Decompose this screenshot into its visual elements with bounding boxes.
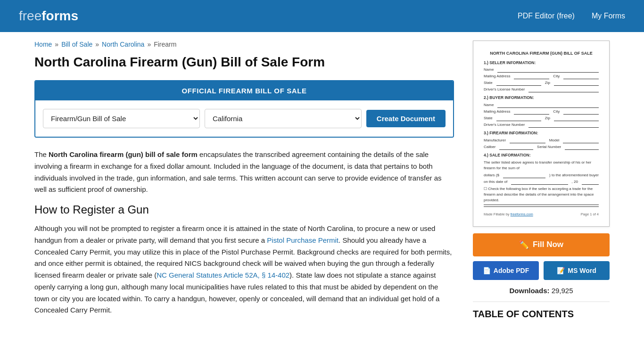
breadcrumb-north-carolina[interactable]: North Carolina	[102, 41, 144, 48]
intro-paragraph: The North Carolina firearm (gun) bill of…	[34, 149, 454, 196]
word-icon: 📝	[557, 267, 565, 274]
logo-free: free	[19, 8, 41, 23]
downloads-count: 29,925	[552, 287, 573, 295]
doc-buyer-name-row: Name	[484, 102, 599, 108]
document-type-select[interactable]: Firearm/Gun Bill of Sale General Bill of…	[43, 109, 200, 128]
nav-pdf-editor[interactable]: PDF Editor (free)	[518, 12, 575, 20]
doc-footer-link[interactable]: freeforms.com	[511, 212, 533, 216]
form-box-header: OFFICIAL FIREARM BILL OF SALE	[35, 81, 453, 100]
pistol-permit-link[interactable]: Pistol Purchase Permit	[267, 236, 339, 244]
site-logo[interactable]: freeforms	[19, 8, 78, 24]
how-to-heading: How to Register a Gun	[34, 203, 454, 216]
breadcrumb-bill-of-sale[interactable]: Bill of Sale	[61, 41, 92, 48]
toc-heading: TABLE OF CONTENTS	[473, 301, 610, 320]
sidebar: NORTH CAROLINA FIREARM (GUN) BILL OF SAL…	[473, 32, 610, 324]
doc-date-row: on this date of , 20	[484, 179, 599, 185]
pdf-icon: 📄	[483, 267, 491, 274]
downloads-text: Downloads: 29,925	[473, 287, 610, 295]
doc-sale-text: The seller listed above agrees to transf…	[484, 160, 599, 171]
doc-license-row: Driver's License Number	[484, 87, 599, 92]
fill-now-label: Fill Now	[533, 240, 563, 249]
main-content: Home » Bill of Sale » North Carolina » F…	[34, 32, 454, 324]
breadcrumb-sep1: »	[55, 41, 58, 48]
form-box-body: Firearm/Gun Bill of Sale General Bill of…	[35, 100, 453, 137]
fill-now-button[interactable]: ✏️ Fill Now	[473, 233, 610, 256]
breadcrumb-firearm: Firearm	[154, 41, 176, 48]
doc-bullet-item: ☐ Check the following box if the seller …	[484, 186, 599, 203]
doc-preview: NORTH CAROLINA FIREARM (GUN) BILL OF SAL…	[473, 41, 610, 227]
doc-state-row: State Zip	[484, 80, 599, 86]
adobe-pdf-button[interactable]: 📄 Adobe PDF	[473, 261, 539, 280]
description-section: The North Carolina firearm (gun) bill of…	[34, 149, 454, 316]
logo-forms: forms	[41, 8, 78, 23]
create-document-button[interactable]: Create Document	[366, 110, 446, 127]
downloads-label: Downloads:	[509, 287, 549, 295]
doc-buyer-license-row: Driver's License Number	[484, 122, 599, 128]
doc-buyer-mailing-row: Mailing Address City	[484, 109, 599, 115]
word-label: MS Word	[568, 267, 596, 274]
fill-icon: ✏️	[519, 240, 529, 250]
breadcrumb-sep3: »	[147, 41, 151, 48]
doc-dollars-row: dollars ($ ) to the aforementioned buyer	[484, 173, 599, 178]
doc-line-2	[484, 206, 599, 207]
breadcrumb-sep2: »	[95, 41, 99, 48]
doc-name-row: Name	[484, 67, 599, 73]
page-title: North Carolina Firearm (Gun) Bill of Sal…	[34, 55, 454, 70]
doc-preview-title: NORTH CAROLINA FIREARM (GUN) BILL OF SAL…	[484, 50, 599, 57]
doc-buyer-state-row: State Zip	[484, 115, 599, 121]
site-header: freeforms PDF Editor (free) My Forms	[0, 0, 644, 32]
header-nav: PDF Editor (free) My Forms	[518, 12, 625, 20]
doc-section-1: 1.) SELLER INFORMATION:	[484, 60, 599, 66]
doc-preview-inner: NORTH CAROLINA FIREARM (GUN) BILL OF SAL…	[478, 46, 604, 222]
doc-section-3: 3.) FIREARM INFORMATION:	[484, 130, 599, 136]
pdf-label: Adobe PDF	[494, 267, 529, 274]
form-box: OFFICIAL FIREARM BILL OF SALE Firearm/Gu…	[34, 80, 454, 138]
state-select[interactable]: AlabamaAlaskaArizona ArkansasCaliforniaC…	[205, 109, 362, 128]
breadcrumb: Home » Bill of Sale » North Carolina » F…	[34, 41, 454, 48]
nav-my-forms[interactable]: My Forms	[592, 12, 625, 20]
doc-caliber-row: Caliber Serial Number	[484, 144, 599, 150]
nc-statutes-link[interactable]: NC General Statutes Article 52A, § 14-40…	[157, 271, 289, 279]
download-buttons-row: 📄 Adobe PDF 📝 MS Word	[473, 261, 610, 280]
doc-line-1	[484, 205, 599, 205]
ms-word-button[interactable]: 📝 MS Word	[544, 261, 610, 280]
how-to-paragraph: Although you will not be prompted to reg…	[34, 223, 454, 316]
doc-mailing-row: Mailing Address City	[484, 74, 599, 79]
doc-manufacturer-row: Manufacturer Model	[484, 138, 599, 143]
doc-preview-footer: Made Fillable by freeforms.com Page 1 of…	[484, 212, 599, 217]
intro-bold: North Carolina firearm (gun) bill of sal…	[49, 150, 198, 158]
breadcrumb-home[interactable]: Home	[34, 41, 52, 48]
doc-section-2: 2.) BUYER INFORMATION:	[484, 95, 599, 101]
doc-section-4: 4.) SALE INFORMATION:	[484, 152, 599, 158]
